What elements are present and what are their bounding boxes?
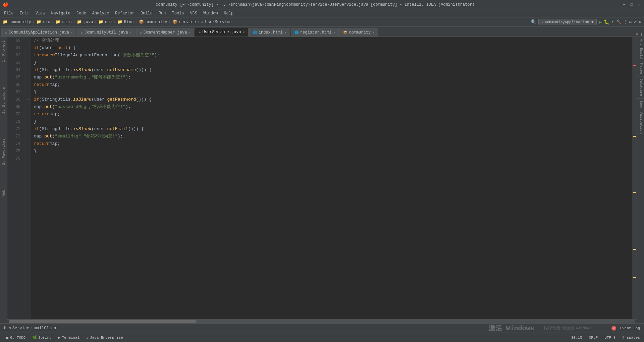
horizontal-scrollbar[interactable] bbox=[7, 319, 637, 323]
breadcrumb-src[interactable]: src bbox=[43, 20, 50, 24]
expand-icon[interactable]: ⤢ bbox=[634, 19, 637, 24]
fold-72[interactable]: ─ bbox=[26, 125, 31, 133]
menu-build[interactable]: Build bbox=[138, 10, 155, 16]
breadcrumb-sep-8: › bbox=[197, 20, 200, 24]
tab-close-5[interactable]: ✕ bbox=[284, 31, 286, 35]
tab-community-util[interactable]: ☕ CommunityUtil.java ✕ bbox=[77, 28, 136, 37]
tab-register-html[interactable]: 🌐 register.html ✕ bbox=[291, 28, 339, 37]
breadcrumb-community[interactable]: community bbox=[9, 20, 31, 24]
tab-close-3[interactable]: ✕ bbox=[189, 31, 191, 35]
menu-navigate[interactable]: Navigate bbox=[48, 10, 73, 16]
code-area[interactable]: // 空值处理 if ( user == null ) { bbox=[31, 37, 632, 319]
charset[interactable]: UTF-8 bbox=[603, 336, 617, 340]
bean-validation-tool[interactable]: Bean Validation bbox=[637, 99, 644, 136]
menu-view[interactable]: View bbox=[33, 10, 48, 16]
project-panel-label[interactable]: 1: Project bbox=[1, 38, 6, 64]
tab-user-service[interactable]: ☕ UserService.java ✕ bbox=[195, 28, 248, 37]
menu-edit[interactable]: Edit bbox=[17, 10, 32, 16]
java-enterprise-icon: ☕ bbox=[86, 335, 89, 340]
line-num-65: 65 bbox=[7, 74, 23, 81]
breadcrumb-java[interactable]: java bbox=[84, 20, 93, 24]
breadcrumb-service[interactable]: service bbox=[179, 20, 196, 24]
maximize-button[interactable]: □ bbox=[629, 2, 634, 7]
menu-file[interactable]: File bbox=[1, 10, 16, 16]
cursor-position[interactable]: 30:15 bbox=[570, 336, 584, 340]
breadcrumb-community2[interactable]: community bbox=[146, 20, 167, 24]
menu-run[interactable]: Run bbox=[156, 10, 169, 16]
search-everywhere-icon[interactable]: 🔍 bbox=[531, 19, 536, 25]
tab-index-html[interactable]: 🌐 index.html ✕ bbox=[249, 28, 290, 37]
terminal-panel[interactable]: ▶ Terminal bbox=[56, 335, 82, 340]
breadcrumb-main[interactable]: main bbox=[62, 20, 72, 24]
scrollbar-track[interactable] bbox=[9, 320, 635, 323]
settings-icon[interactable]: ⚙ bbox=[639, 19, 641, 24]
web-panel-label[interactable]: Web bbox=[1, 188, 6, 198]
spring-panel[interactable]: 🌿 Spring bbox=[30, 335, 54, 340]
event-log[interactable]: Event Log bbox=[619, 326, 641, 330]
java-enterprise-panel[interactable]: ☕ Java Enterprise bbox=[84, 335, 126, 340]
tab-comment-mapper[interactable]: ☕ CommentMapper.java ✕ bbox=[136, 28, 195, 37]
fold-68[interactable]: ─ bbox=[26, 96, 31, 103]
art-build-tool[interactable]: Art Build bbox=[637, 37, 644, 61]
tab-close-6[interactable]: ✕ bbox=[333, 31, 335, 35]
main-icon: 📁 bbox=[55, 19, 60, 24]
coverage-button[interactable]: ⚡ bbox=[611, 19, 614, 24]
scroll-indicator[interactable] bbox=[632, 37, 637, 319]
tab-java-icon-3: ☕ bbox=[140, 31, 142, 35]
breadcrumb-ring[interactable]: Ring bbox=[124, 20, 134, 24]
file-breadcrumb: UserService › mailClient bbox=[3, 326, 486, 331]
menu-analyze[interactable]: Analyze bbox=[90, 10, 112, 16]
window-controls[interactable]: ─ □ ✕ bbox=[622, 2, 641, 7]
tab-community-application[interactable]: ☕ CommunityApplication.java ✕ bbox=[1, 28, 76, 37]
fold-61[interactable]: ─ bbox=[26, 44, 31, 52]
fold-64[interactable]: ─ bbox=[26, 66, 31, 74]
tab-close-4[interactable]: ✕ bbox=[243, 30, 245, 34]
tab-close-1[interactable]: ✕ bbox=[71, 31, 73, 35]
tab-close-7[interactable]: ✕ bbox=[372, 31, 374, 35]
structure-panel-label[interactable]: 2: Structure bbox=[1, 85, 6, 116]
title-bar: 🍎 community [F:\community] - ...\src\mai… bbox=[0, 0, 644, 9]
close-button[interactable]: ✕ bbox=[637, 2, 641, 7]
indent[interactable]: 4 spaces bbox=[621, 336, 641, 340]
breadcrumb-com[interactable]: com bbox=[105, 20, 112, 24]
editor-content: 60 61 62 63 64 65 66 67 68 69 70 71 72 7… bbox=[7, 37, 637, 319]
database-tool[interactable]: Database bbox=[637, 76, 644, 99]
fold-60 bbox=[26, 37, 31, 44]
favorites-panel-label[interactable]: 2: Favorites bbox=[1, 136, 6, 167]
fold-63 bbox=[26, 59, 31, 66]
windows-watermark2: 转到"设置"以激活 Windows。 bbox=[544, 326, 595, 331]
userservice-icon: ☕ bbox=[201, 19, 203, 24]
event-log-badge: 2 bbox=[611, 326, 616, 331]
run-configuration[interactable]: ☕ CommunityApplication ▼ bbox=[538, 19, 597, 25]
run-config-label: CommunityApplication ▼ bbox=[545, 20, 593, 24]
tab-overflow[interactable]: ≡ 3 bbox=[636, 33, 643, 37]
todo-panel[interactable]: ☰ 6: TODO bbox=[3, 335, 28, 340]
menu-code[interactable]: Code bbox=[74, 10, 89, 16]
debug-button[interactable]: 🐛 bbox=[604, 19, 609, 25]
scrollbar-thumb[interactable] bbox=[9, 320, 197, 323]
code-line-68: if ( StringUtils . isBlank ( user . getP… bbox=[31, 96, 632, 103]
path-mailclient[interactable]: mailClient bbox=[34, 326, 58, 331]
tab-close-2[interactable]: ✕ bbox=[130, 31, 132, 35]
menu-refactor[interactable]: Refactor bbox=[112, 10, 137, 16]
more-actions-icon[interactable]: ⋮ bbox=[623, 19, 627, 24]
maven-tool[interactable]: Maven bbox=[637, 61, 644, 76]
minimize-button[interactable]: ─ bbox=[622, 2, 627, 7]
navigation-bar: 📁 community › 📁 src › 📁 main › 📁 java › … bbox=[0, 17, 644, 27]
tab-label-7: community bbox=[349, 30, 371, 35]
path-userservice[interactable]: UserService bbox=[3, 326, 29, 331]
code-line-72: if ( StringUtils . isBlank ( user . getE… bbox=[31, 125, 632, 133]
menu-help[interactable]: Help bbox=[221, 10, 236, 16]
menu-vcs[interactable]: VCS bbox=[187, 10, 200, 16]
breadcrumb-userservice[interactable]: UserService bbox=[205, 20, 232, 24]
build-button[interactable]: 🔨 bbox=[616, 19, 621, 24]
tab-java-icon-4: ☕ bbox=[199, 30, 201, 34]
menu-window[interactable]: Window bbox=[201, 10, 220, 16]
line-ending[interactable]: CRLF bbox=[588, 336, 599, 340]
layout-icon[interactable]: ⊞ bbox=[629, 19, 632, 24]
tab-community-module[interactable]: 📦 community ✕ bbox=[339, 28, 378, 37]
tab-java-icon-2: ☕ bbox=[81, 31, 83, 35]
menu-tools[interactable]: Tools bbox=[169, 10, 187, 16]
run-button[interactable]: ▶ bbox=[599, 19, 602, 25]
line-num-74: 74 bbox=[7, 140, 23, 148]
